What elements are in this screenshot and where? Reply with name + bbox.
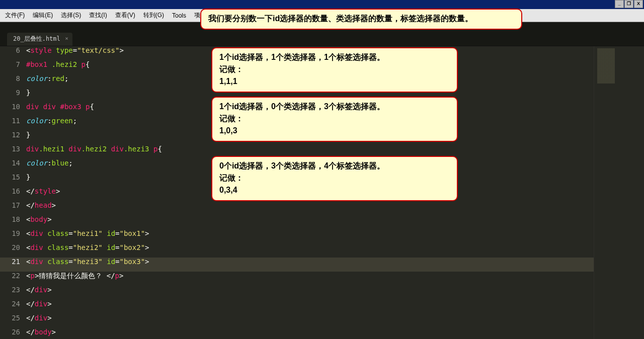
file-tab[interactable]: 20_层叠性.html ×	[7, 33, 72, 46]
line-number: 26	[0, 328, 26, 339]
minimap[interactable]	[594, 46, 644, 339]
menu-find[interactable]: 查找(I)	[85, 10, 111, 21]
code-row[interactable]: 17</head>	[0, 201, 644, 215]
line-number: 14	[0, 159, 26, 173]
menu-file[interactable]: 文件(F)	[1, 10, 29, 21]
callout-1-line1: 1个id选择器，1个类选择器，1个标签选择器。	[219, 51, 450, 63]
code-row[interactable]: 23 </div>	[0, 286, 644, 300]
callout-3-line2: 记做：	[219, 172, 450, 184]
callout-rule-2: 1个id选择器，0个类选择器，3个标签选择器。 记做： 1,0,3	[211, 97, 458, 142]
line-number: 10	[0, 103, 26, 117]
callout-rule-1: 1个id选择器，1个类选择器，1个标签选择器。 记做： 1,1,1	[211, 47, 458, 93]
callout-intro-text: 我们要分别数一下id选择器的数量、类选择器的数量，标签选择器的数量。	[208, 13, 514, 25]
menu-view[interactable]: 查看(V)	[111, 10, 139, 21]
window-controls: _ ❐ X	[614, 0, 643, 8]
code-row[interactable]: 20 <div class="hezi2" id="box2">	[0, 243, 644, 258]
window-titlebar: _ ❐ X	[0, 0, 644, 9]
line-number: 8	[0, 74, 26, 89]
code-row[interactable]: 25 </div>	[0, 314, 644, 328]
line-number: 19	[0, 229, 26, 243]
line-number: 9	[0, 89, 26, 103]
minimap-viewport[interactable]	[597, 48, 641, 83]
line-number: 11	[0, 117, 26, 131]
menu-goto[interactable]: 转到(G)	[139, 10, 168, 21]
callout-2-line1: 1个id选择器，0个类选择器，3个标签选择器。	[219, 101, 450, 113]
line-number: 21	[0, 258, 26, 272]
tab-close-icon[interactable]: ×	[65, 35, 68, 42]
code-row[interactable]: 26</body>	[0, 328, 644, 339]
code-row[interactable]: 19 <div class="hezi1" id="box1">	[0, 229, 644, 243]
code-row[interactable]: 18<body>	[0, 215, 644, 229]
code-row-active[interactable]: 21 <div class="hezi3" id="box3">	[0, 258, 644, 272]
line-number: 16	[0, 187, 26, 201]
line-number: 22	[0, 272, 26, 286]
callout-rule-3: 0个id选择器，3个类选择器，4个标签选择器。 记做： 0,3,4	[211, 156, 458, 201]
code-container[interactable]: 我们要分别数一下id选择器的数量、类选择器的数量，标签选择器的数量。 1个id选…	[0, 46, 644, 339]
line-number: 24	[0, 300, 26, 314]
line-number: 6	[0, 46, 26, 60]
file-tab-label: 20_层叠性.html	[13, 35, 60, 42]
editor-area[interactable]: 我们要分别数一下id选择器的数量、类选择器的数量，标签选择器的数量。 1个id选…	[0, 46, 644, 339]
line-number: 12	[0, 131, 26, 145]
maximize-button[interactable]: ❐	[624, 0, 633, 8]
minimize-button[interactable]: _	[615, 0, 624, 8]
callout-intro: 我们要分别数一下id选择器的数量、类选择器的数量，标签选择器的数量。	[200, 9, 522, 30]
close-button[interactable]: X	[634, 0, 643, 8]
callout-2-line3: 1,0,3	[219, 125, 450, 137]
callout-2-line2: 记做：	[219, 113, 450, 125]
code-row[interactable]: 24 </div>	[0, 300, 644, 314]
callout-3-line1: 0个id选择器，3个类选择器，4个标签选择器。	[219, 160, 450, 172]
line-number: 23	[0, 286, 26, 300]
callout-3-line3: 0,3,4	[219, 184, 450, 196]
line-number: 13	[0, 145, 26, 159]
line-number: 18	[0, 215, 26, 229]
menu-select[interactable]: 选择(S)	[57, 10, 85, 21]
line-number: 7	[0, 60, 26, 74]
code-row[interactable]: 22 <p>猜猜我是什么颜色？ </p>	[0, 272, 644, 286]
callout-1-line2: 记做：	[219, 63, 450, 75]
line-number: 20	[0, 243, 26, 258]
line-number: 25	[0, 314, 26, 328]
menu-tools[interactable]: Tools	[168, 11, 190, 20]
line-number: 15	[0, 173, 26, 187]
line-number: 17	[0, 201, 26, 215]
callout-1-line3: 1,1,1	[219, 75, 450, 88]
menu-edit[interactable]: 编辑(E)	[29, 10, 57, 21]
